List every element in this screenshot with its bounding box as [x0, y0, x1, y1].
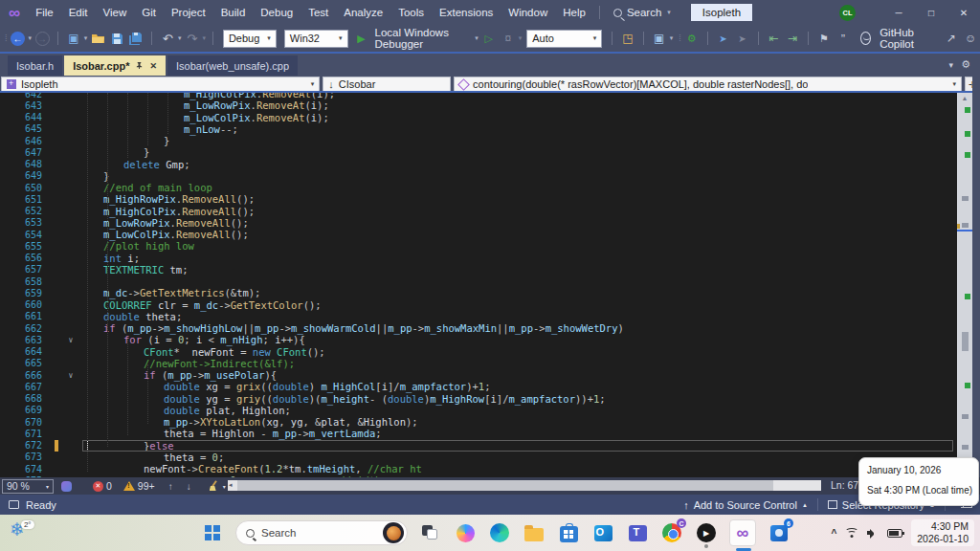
phone-link-icon[interactable]: 6	[768, 521, 791, 544]
code-line-645[interactable]: 645m_nLow--;	[0, 123, 957, 135]
warning-icon[interactable]	[123, 481, 135, 491]
github-copilot-label[interactable]: GitHub Copilot	[880, 27, 934, 50]
code-line-654[interactable]: 654m_LowColPix.RemoveAll();	[0, 229, 957, 240]
document-health-icon[interactable]	[61, 481, 72, 492]
gear-icon[interactable]: ⚙	[961, 58, 970, 71]
code-line-642[interactable]: 642m_HighColPix.RemoveAt(i);	[0, 93, 957, 99]
code-line-662[interactable]: 662if (m_pp->m_showHighLow||m_pp->m_show…	[0, 322, 957, 334]
minimize-button[interactable]: ─	[882, 0, 915, 25]
media-player-icon[interactable]: ▶	[695, 521, 718, 544]
indent-decrease-icon[interactable]: ⇤	[766, 29, 781, 48]
code-line-674[interactable]: 674newFont->CreateFont(1.2*tm.tmHeight, …	[0, 463, 957, 474]
horizontal-scrollbar-thumb[interactable]	[237, 480, 773, 491]
code-line-666[interactable]: 666∨if (m_pp->m_usePolar){	[0, 369, 957, 381]
find-in-files-icon[interactable]: ◳	[620, 29, 635, 48]
undo-button[interactable]: ↶	[160, 29, 175, 48]
taskbar-clock[interactable]: 4:30 PM 2026-01-10	[911, 519, 974, 546]
scroll-up-icon[interactable]: ▲	[957, 95, 972, 101]
code-line-664[interactable]: 664CFont* newFont = new CFont();	[0, 346, 957, 358]
hot-reload-icon[interactable]: ¤	[501, 29, 516, 48]
code-line-671[interactable]: 671theta = Highlon - m_pp->m_vertLamda;	[0, 428, 957, 439]
task-view-button[interactable]	[419, 521, 442, 544]
warning-count[interactable]: 99+	[138, 480, 155, 492]
code-line-652[interactable]: 652m_HighColPix.RemoveAll();	[0, 206, 957, 217]
chevron-down-icon[interactable]: ▾	[223, 483, 226, 490]
code-line-653[interactable]: 653m_LowRowPix.RemoveAll();	[0, 217, 957, 229]
github-copilot-icon[interactable]	[860, 32, 871, 45]
battery-icon[interactable]	[887, 529, 902, 538]
menu-item-edit[interactable]: Edit	[61, 7, 96, 18]
step-over-icon[interactable]: ➤	[735, 29, 750, 48]
tab-isobar-h[interactable]: Isobar.h	[8, 55, 62, 76]
code-line-669[interactable]: 669double plat, Highlon;	[0, 405, 957, 416]
wifi-icon[interactable]	[845, 528, 858, 538]
taskbar-search-box[interactable]: Search	[235, 520, 408, 545]
menu-item-window[interactable]: Window	[501, 7, 555, 18]
previous-issue-icon[interactable]: ↑	[168, 481, 173, 492]
scroll-left-icon[interactable]: ◂	[229, 481, 233, 489]
editor-scrollbar[interactable]: ▲ ▼	[957, 93, 972, 477]
avatar[interactable]: CL	[839, 5, 856, 21]
code-line-649[interactable]: 649}	[0, 170, 957, 182]
save-button[interactable]	[109, 29, 124, 48]
chrome-icon[interactable]: C	[660, 521, 683, 544]
watch-mode-dropdown[interactable]: Auto ▾	[526, 30, 602, 48]
microsoft-store-icon[interactable]	[557, 521, 580, 544]
teams-icon[interactable]	[626, 521, 649, 544]
run-tests-icon[interactable]: ⚙	[684, 29, 700, 48]
chevron-down-icon[interactable]: ▾	[949, 60, 954, 70]
menu-item-git[interactable]: Git	[134, 7, 164, 18]
chevron-down-icon[interactable]: ▾	[84, 34, 88, 42]
pin-icon[interactable]	[135, 60, 144, 72]
code-editor[interactable]: 642m_HighColPix.RemoveAt(i);643m_LowRowP…	[0, 93, 957, 477]
chevron-down-icon[interactable]: ▾	[178, 34, 182, 42]
code-line-655[interactable]: 655//plot high low	[0, 240, 957, 252]
tab-isobar-cpp-[interactable]: Isobar.cpp*✕	[64, 55, 166, 76]
debugger-label[interactable]: Local Windows Debugger	[375, 27, 471, 50]
project-dropdown[interactable]: Isopleth ▾	[1, 77, 320, 92]
code-line-657[interactable]: 657TEXTMETRIC tm;	[0, 264, 957, 276]
code-line-663[interactable]: 663∨for (i = 0; i < m_nHigh; i++){	[0, 334, 957, 345]
step-pointer-icon[interactable]: ➤	[716, 29, 731, 48]
menu-item-extensions[interactable]: Extensions	[432, 7, 501, 18]
menu-item-test[interactable]: Test	[301, 7, 336, 18]
bookmark-icon[interactable]: ⚑	[816, 29, 832, 48]
menu-item-build[interactable]: Build	[213, 7, 254, 18]
add-to-source-control-button[interactable]: ↑ Add to Source Control ▲	[683, 499, 808, 511]
code-line-667[interactable]: 667double xg = grix((double) m_HighCol[i…	[0, 381, 957, 392]
navigate-forward-button[interactable]: →	[35, 32, 50, 46]
solution-configurations-dropdown[interactable]: Debug ▾	[223, 30, 277, 48]
indent-increase-icon[interactable]: ⇥	[785, 29, 800, 48]
chevron-down-icon[interactable]: ▾	[29, 34, 33, 42]
menu-item-project[interactable]: Project	[164, 7, 213, 18]
code-line-660[interactable]: 660COLORREF clr = m_dc->GetTextColor();	[0, 299, 957, 311]
solution-name-badge[interactable]: Isopleth	[691, 4, 752, 21]
code-line-672[interactable]: 672}else	[0, 440, 957, 452]
solution-explorer-icon[interactable]: ▣	[652, 29, 667, 48]
error-icon[interactable]: ✕	[93, 481, 103, 492]
member-dropdown[interactable]: contouring(double(* rasRowVector)[MAXCOL…	[454, 77, 962, 92]
new-project-button[interactable]: ▣	[66, 29, 81, 48]
code-line-668[interactable]: 668double yg = griy((double)(m_height- (…	[0, 393, 957, 405]
code-line-651[interactable]: 651m_HighRowPix.RemoveAll();	[0, 193, 957, 205]
menu-item-analyze[interactable]: Analyze	[336, 7, 390, 18]
code-line-650[interactable]: 650//end of main loop	[0, 182, 957, 193]
error-count[interactable]: 0	[106, 480, 112, 492]
quotes-icon[interactable]: ”	[835, 29, 851, 48]
code-line-665[interactable]: 665//newFont->Indirect(&lf);	[0, 358, 957, 369]
type-dropdown[interactable]: ↓ CIsobar	[323, 77, 451, 92]
code-line-658[interactable]: 658	[0, 276, 957, 287]
solution-platforms-dropdown[interactable]: Win32 ▾	[284, 30, 348, 48]
hidden-icons-chevron[interactable]: ^	[831, 528, 836, 539]
code-line-656[interactable]: 656int i;	[0, 253, 957, 264]
chevron-down-icon[interactable]: ▾	[670, 34, 674, 42]
menu-item-help[interactable]: Help	[555, 7, 593, 18]
start-button[interactable]	[201, 521, 224, 544]
zoom-dropdown[interactable]: 90 % ▾	[2, 479, 54, 494]
navigate-back-button[interactable]: ←	[11, 32, 25, 46]
code-line-644[interactable]: 644m_LowColPix.RemoveAt(i);	[0, 112, 957, 123]
code-cleanup-icon[interactable]	[208, 480, 219, 492]
share-icon[interactable]: ↗	[944, 29, 959, 48]
next-issue-icon[interactable]: ↓	[187, 481, 191, 492]
code-line-643[interactable]: 643m_LowRowPix.RemoveAt(i);	[0, 99, 957, 111]
